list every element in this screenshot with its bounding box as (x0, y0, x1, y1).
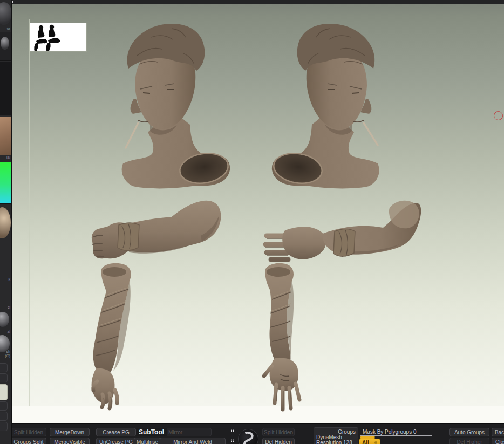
tray-divider (11, 0, 12, 444)
zbrush-logo (238, 429, 258, 444)
arm-lower-right-model[interactable] (264, 263, 299, 409)
uncrease-pg-button[interactable]: UnCrease PG (96, 438, 136, 444)
tray-button-3[interactable] (0, 401, 8, 411)
arm-upper-left-model[interactable] (92, 201, 221, 259)
stroke-thumbnail[interactable] (1, 37, 9, 50)
minimap-silhouettes (30, 23, 86, 51)
groups-split-button[interactable]: Groups Split (11, 438, 46, 444)
alpha-slot[interactable] (0, 62, 11, 115)
material-thumbnail[interactable] (0, 207, 11, 238)
dropdown-dot-icon (374, 441, 377, 444)
close-holes-button[interactable]: Clos (492, 438, 504, 444)
dynamesh-panel: Groups DynaMesh Resolution 128 (314, 427, 358, 444)
mergedown-button[interactable]: MergeDown (50, 428, 90, 436)
bust-left-model[interactable] (122, 24, 230, 188)
brush-thumbnail[interactable] (0, 2, 12, 25)
mergevisible-button[interactable]: MergeVisible (50, 438, 90, 444)
bust-right-model[interactable] (271, 24, 379, 188)
split-hidden-button[interactable]: Split Hidden (11, 428, 46, 436)
palette-dots-icon-bottom[interactable] (230, 439, 238, 443)
top-shelf-edge (12, 0, 504, 4)
label-fragment-k: k (9, 277, 11, 282)
label-fragment-c: (C) (5, 354, 10, 358)
split-hidden-button-2[interactable]: Split Hidden (262, 428, 295, 436)
bottom-palette-tray: Split Hidden MergeDown Crease PG Mirror … (0, 423, 504, 444)
knob-upper[interactable] (0, 312, 9, 327)
document-canvas[interactable] (12, 4, 504, 423)
left-tray-edge: or ial k ci al sh (C) (0, 0, 12, 444)
palette-dots-icon-top[interactable] (230, 429, 238, 434)
tray-button-4[interactable] (0, 412, 8, 421)
all-dropdown[interactable]: All (359, 439, 380, 444)
texture-label-fragment: ial (6, 155, 10, 160)
tray-button-1[interactable] (0, 363, 8, 372)
label-fragment-ci: ci (8, 305, 10, 310)
texture-slot[interactable] (0, 117, 11, 155)
resolution-slider-label[interactable]: Resolution 128 (316, 440, 352, 444)
label-fragment-sh: sh (6, 350, 10, 354)
multi-inse-button[interactable]: MultiInse (134, 438, 161, 444)
del-hidden-button[interactable]: Del Hidden (262, 438, 295, 444)
document-preview-thumbnail (30, 23, 86, 51)
tray-button-2[interactable] (0, 373, 8, 382)
back-button[interactable]: Back (492, 428, 504, 436)
del-higher-button[interactable]: Del Higher (449, 438, 489, 444)
arm-upper-right-model[interactable] (265, 201, 421, 259)
tray-button-active[interactable] (0, 384, 8, 400)
sculpt-viewport (12, 4, 504, 423)
subtool-palette-title[interactable]: SubTool (136, 428, 167, 436)
crease-pg-button[interactable]: Crease PG (96, 428, 136, 436)
mirror-and-weld-button[interactable]: Mirror And Weld (160, 438, 226, 444)
all-dropdown-label: All (362, 440, 369, 444)
label-fragment-al: al (8, 330, 10, 334)
auto-groups-button[interactable]: Auto Groups (449, 428, 489, 436)
arm-lower-left-model[interactable] (92, 263, 131, 408)
color-picker-strip[interactable] (0, 162, 11, 204)
brush-cursor-ring (494, 111, 503, 120)
zbrush-window: { "sidebar": { "fragments": { "f_brush":… (0, 0, 504, 444)
mask-by-polygroups-label: Mask By Polygroups 0 (363, 429, 417, 435)
brush-label-fragment: or (7, 26, 10, 31)
tray-button-5[interactable] (0, 422, 8, 431)
